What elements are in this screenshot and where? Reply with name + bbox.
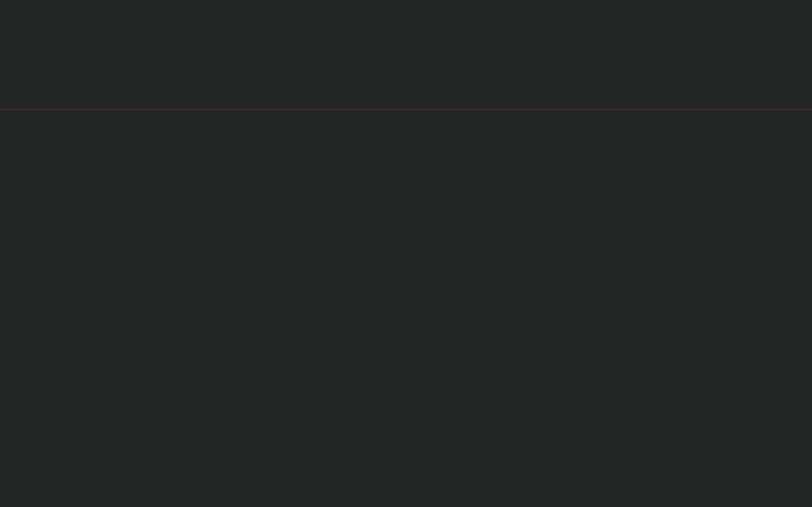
status-bar (0, 110, 812, 119)
function-key-bar (0, 97, 812, 108)
separator-line (0, 109, 812, 110)
htop-screen (0, 0, 812, 507)
meters-header (0, 0, 812, 97)
